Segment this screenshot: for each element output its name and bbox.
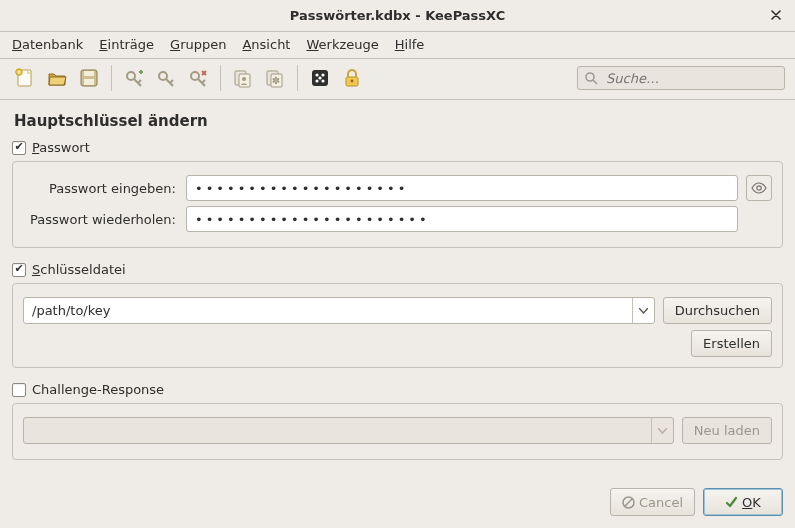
enter-password-input[interactable]: •••••••••••••••••••• bbox=[186, 175, 738, 201]
enter-password-label: Passwort eingeben: bbox=[23, 181, 178, 196]
key-plus-icon bbox=[123, 67, 145, 89]
svg-point-11 bbox=[242, 77, 246, 81]
reload-challenge-button: Neu laden bbox=[682, 417, 772, 444]
menu-view[interactable]: Ansichtdocument.currentScript.previousEl… bbox=[242, 37, 290, 52]
chevron-down-icon[interactable] bbox=[632, 298, 654, 323]
toggle-password-visibility-button[interactable] bbox=[746, 175, 772, 201]
toolbar-lock-database-button[interactable] bbox=[337, 63, 367, 93]
svg-point-16 bbox=[315, 73, 318, 76]
window-close-button[interactable] bbox=[767, 6, 785, 24]
svg-point-24 bbox=[757, 186, 761, 190]
window-title: Passwörter.kdbx - KeePassXC bbox=[290, 8, 505, 23]
chevron-down-icon bbox=[651, 418, 673, 443]
close-icon bbox=[771, 10, 781, 20]
eye-icon bbox=[751, 180, 767, 196]
password-checkbox[interactable] bbox=[12, 141, 26, 155]
lock-icon bbox=[342, 68, 362, 88]
copy-user-icon bbox=[232, 67, 254, 89]
keyfile-group: /path/to/key Durchsuchen Erstellen bbox=[12, 283, 783, 368]
toolbar-edit-entry-button[interactable] bbox=[151, 63, 181, 93]
dialog-button-row: Cancel OKdocument.currentScript.previous… bbox=[610, 488, 783, 516]
copy-password-icon: ✽ bbox=[264, 67, 286, 89]
svg-point-7 bbox=[159, 72, 167, 80]
svg-text:✽: ✽ bbox=[272, 75, 280, 86]
search-input[interactable] bbox=[604, 70, 778, 87]
cancel-icon bbox=[622, 496, 635, 509]
menu-help[interactable]: Hilfedocument.currentScript.previousElem… bbox=[395, 37, 425, 52]
svg-point-8 bbox=[191, 72, 199, 80]
toolbar-separator bbox=[111, 65, 112, 91]
repeat-password-label: Passwort wiederholen: bbox=[23, 212, 178, 227]
cancel-button[interactable]: Cancel bbox=[610, 488, 695, 516]
title-bar: Passwörter.kdbx - KeePassXC bbox=[0, 0, 795, 32]
dice-icon bbox=[310, 68, 330, 88]
key-delete-icon bbox=[187, 67, 209, 89]
keyfile-path-value: /path/to/key bbox=[32, 303, 632, 318]
search-icon bbox=[584, 71, 598, 85]
keyfile-checkbox-label[interactable]: Schlüsseldateidocument.currentScript.pre… bbox=[32, 262, 126, 277]
password-checkbox-row: Passwortdocument.currentScript.previousE… bbox=[12, 140, 783, 155]
keyfile-checkbox-row: Schlüsseldateidocument.currentScript.pre… bbox=[12, 262, 783, 277]
toolbar-open-database-button[interactable] bbox=[42, 63, 72, 93]
toolbar-copy-password-button[interactable]: ✽ bbox=[260, 63, 290, 93]
toolbar-copy-username-button[interactable] bbox=[228, 63, 258, 93]
ok-button[interactable]: OKdocument.currentScript.previousElement… bbox=[703, 488, 783, 516]
toolbar-new-entry-button[interactable] bbox=[119, 63, 149, 93]
svg-point-17 bbox=[321, 73, 324, 76]
search-box[interactable] bbox=[577, 66, 785, 90]
menu-tools[interactable]: Werkzeugedocument.currentScript.previous… bbox=[306, 37, 378, 52]
repeat-password-input[interactable]: •••••••••••••••••••••• bbox=[186, 206, 738, 232]
open-folder-icon bbox=[46, 67, 68, 89]
svg-point-22 bbox=[351, 80, 354, 83]
page-title: Hauptschlüssel ändern bbox=[14, 112, 783, 130]
password-group: Passwort eingeben: •••••••••••••••••••• … bbox=[12, 161, 783, 248]
menu-bar: Datenbankdocument.currentScript.previous… bbox=[0, 32, 795, 59]
toolbar-separator bbox=[297, 65, 298, 91]
save-icon bbox=[78, 67, 100, 89]
menu-database[interactable]: Datenbankdocument.currentScript.previous… bbox=[12, 37, 83, 52]
toolbar-delete-entry-button[interactable] bbox=[183, 63, 213, 93]
main-content: Hauptschlüssel ändern Passwortdocument.c… bbox=[0, 100, 795, 460]
create-keyfile-button[interactable]: Erstellen bbox=[691, 330, 772, 357]
svg-point-6 bbox=[127, 72, 135, 80]
toolbar-separator bbox=[220, 65, 221, 91]
ok-check-icon bbox=[725, 496, 738, 509]
challenge-device-combobox bbox=[23, 417, 674, 444]
key-edit-icon bbox=[155, 67, 177, 89]
svg-point-23 bbox=[586, 73, 594, 81]
challenge-checkbox[interactable] bbox=[12, 383, 26, 397]
svg-point-18 bbox=[315, 79, 318, 82]
challenge-checkbox-label[interactable]: Challenge-Response bbox=[32, 382, 164, 397]
svg-rect-4 bbox=[84, 71, 94, 76]
menu-entries[interactable]: Einträgedocument.currentScript.previousE… bbox=[99, 37, 154, 52]
svg-point-20 bbox=[318, 76, 321, 79]
new-database-icon bbox=[14, 67, 36, 89]
svg-rect-5 bbox=[84, 79, 94, 85]
challenge-checkbox-row: Challenge-Response bbox=[12, 382, 783, 397]
toolbar-password-generator-button[interactable] bbox=[305, 63, 335, 93]
challenge-group: Neu laden bbox=[12, 403, 783, 460]
browse-keyfile-button[interactable]: Durchsuchen bbox=[663, 297, 772, 324]
menu-groups[interactable]: Gruppendocument.currentScript.previousEl… bbox=[170, 37, 226, 52]
toolbar-save-database-button[interactable] bbox=[74, 63, 104, 93]
keyfile-checkbox[interactable] bbox=[12, 263, 26, 277]
password-checkbox-label[interactable]: Passwortdocument.currentScript.previousE… bbox=[32, 140, 90, 155]
toolbar: ✽ bbox=[0, 59, 795, 100]
toolbar-new-database-button[interactable] bbox=[10, 63, 40, 93]
svg-point-19 bbox=[321, 79, 324, 82]
keyfile-path-combobox[interactable]: /path/to/key bbox=[23, 297, 655, 324]
